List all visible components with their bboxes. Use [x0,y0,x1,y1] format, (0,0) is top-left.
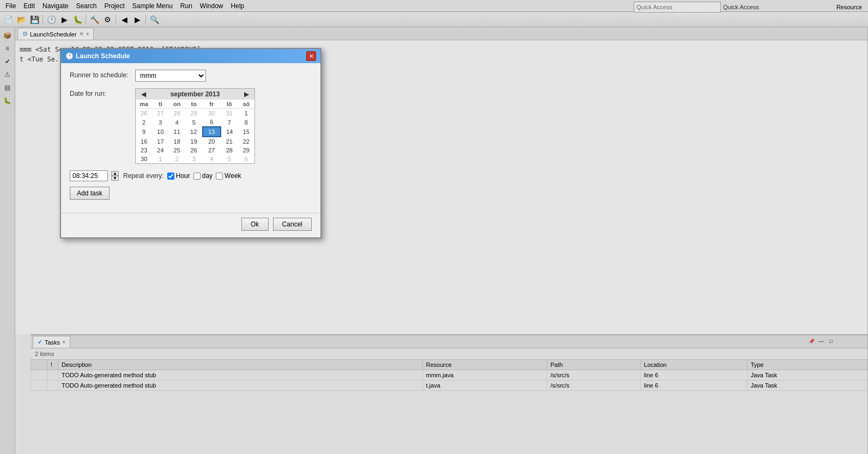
dialog-icon: 🕐 [65,52,74,60]
dialog-title-text: Launch Schedule [76,52,130,60]
calendar-day[interactable]: 9 [136,127,152,137]
dialog-footer: Ok Cancel [61,213,320,237]
calendar-day[interactable]: 7 [221,118,238,127]
calendar-day[interactable]: 26 [185,146,203,155]
calendar-day[interactable]: 24 [152,146,168,155]
calendar-day[interactable]: 3 [152,118,168,127]
calendar-day[interactable]: 22 [238,137,254,146]
calendar-day[interactable]: 30 [136,155,152,163]
time-input[interactable] [70,170,108,181]
cal-day-header: to [185,100,203,109]
calendar-day[interactable]: 26 [136,109,152,118]
time-spinner: ▲ ▼ [111,171,119,181]
calendar-control: ◀ september 2013 ▶ mationtofrlösö2627282… [135,88,312,164]
week-checkbox-label[interactable]: Week [216,172,241,180]
cal-day-header: ti [152,100,168,109]
calendar-day[interactable]: 14 [221,127,238,137]
calendar-day[interactable]: 13 [203,127,221,137]
calendar-day[interactable]: 5 [185,118,203,127]
calendar-day[interactable]: 29 [185,109,203,118]
calendar-day[interactable]: 6 [203,118,221,127]
calendar-day[interactable]: 18 [169,137,185,146]
day-checkbox-label[interactable]: day [193,172,213,180]
calendar-day[interactable]: 27 [152,109,168,118]
calendar-day[interactable]: 4 [203,155,221,163]
calendar-day[interactable]: 21 [221,137,238,146]
time-row: ▲ ▼ Repeat every: Hour day Week [70,170,312,181]
calendar-header: ◀ september 2013 ▶ [136,89,254,100]
calendar-day[interactable]: 12 [185,127,203,137]
calendar-day[interactable]: 20 [203,137,221,146]
cal-day-header: ma [136,100,152,109]
cal-day-header: sö [238,100,254,109]
calendar-day[interactable]: 15 [238,127,254,137]
time-up-btn[interactable]: ▲ [111,171,119,176]
dialog-title-bar: 🕐 Launch Schedule ✕ [61,49,320,63]
runner-control: mmm [135,70,312,82]
cal-next-btn[interactable]: ▶ [242,90,251,98]
dialog-body: Runner to schedule: mmm Date for run: ◀ … [61,63,320,213]
calendar-day[interactable]: 29 [238,146,254,155]
hour-checkbox-label[interactable]: Hour [167,172,190,180]
cal-day-header: fr [203,100,221,109]
calendar: ◀ september 2013 ▶ mationtofrlösö2627282… [135,88,255,164]
cal-day-header: on [169,100,185,109]
calendar-day[interactable]: 4 [169,118,185,127]
calendar-day[interactable]: 30 [203,109,221,118]
hour-checkbox[interactable] [167,173,174,180]
calendar-day[interactable]: 17 [152,137,168,146]
calendar-day[interactable]: 8 [238,118,254,127]
calendar-day[interactable]: 2 [169,155,185,163]
cal-month-title: september 2013 [171,90,220,98]
calendar-day[interactable]: 19 [185,137,203,146]
cancel-button[interactable]: Cancel [273,218,312,231]
cal-day-header: lö [221,100,238,109]
runner-dropdown[interactable]: mmm [135,70,206,82]
calendar-day[interactable]: 10 [152,127,168,137]
date-label: Date for run: [70,88,135,97]
day-label: day [202,172,213,180]
repeat-label: Repeat every: [123,172,164,180]
week-label: Week [224,172,241,180]
date-row: Date for run: ◀ september 2013 ▶ mationt… [70,88,312,164]
calendar-day[interactable]: 28 [169,109,185,118]
calendar-day[interactable]: 1 [238,109,254,118]
calendar-day[interactable]: 3 [185,155,203,163]
calendar-day[interactable]: 2 [136,118,152,127]
calendar-day[interactable]: 23 [136,146,152,155]
hour-label: Hour [176,172,190,180]
calendar-day[interactable]: 11 [169,127,185,137]
day-checkbox[interactable] [193,173,201,180]
calendar-day[interactable]: 31 [221,109,238,118]
calendar-day[interactable]: 6 [238,155,254,163]
launch-schedule-dialog: 🕐 Launch Schedule ✕ Runner to schedule: … [60,48,321,238]
calendar-day[interactable]: 1 [152,155,168,163]
calendar-day[interactable]: 16 [136,137,152,146]
runner-label: Runner to schedule: [70,70,135,79]
time-down-btn[interactable]: ▼ [111,176,119,181]
calendar-grid: mationtofrlösö26272829303112345678910111… [136,100,254,163]
repeat-row: Repeat every: Hour day Week [123,172,241,180]
add-task-button[interactable]: Add task [70,187,110,200]
dialog-title: 🕐 Launch Schedule [65,52,130,60]
calendar-day[interactable]: 5 [221,155,238,163]
week-checkbox[interactable] [216,173,223,180]
dialog-close-button[interactable]: ✕ [306,51,316,61]
runner-row: Runner to schedule: mmm [70,70,312,82]
calendar-day[interactable]: 25 [169,146,185,155]
calendar-day[interactable]: 27 [203,146,221,155]
calendar-day[interactable]: 28 [221,146,238,155]
ok-button[interactable]: Ok [241,218,269,231]
cal-prev-btn[interactable]: ◀ [139,90,148,98]
